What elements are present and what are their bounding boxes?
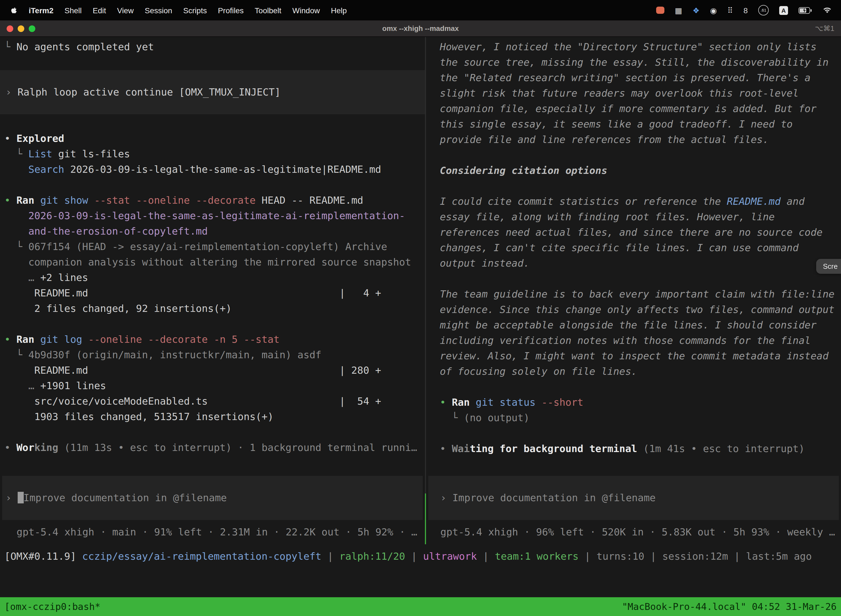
- terminal-line: companion analysis without altering the …: [4, 254, 425, 270]
- terminal-line: [440, 379, 841, 395]
- terminal-line: 2026-03-09-is-legal-the-same-as-legitima…: [4, 208, 425, 224]
- terminal-line: [440, 147, 841, 163]
- terminal-line: However, I noticed the "Directory Struct…: [440, 39, 841, 55]
- tmux-status-bar: [omx-cczip0:bash* "MacBook-Pro-44.local"…: [0, 597, 841, 616]
- terminal-line: › Improve documentation in @filename: [440, 490, 835, 506]
- menu-item-window[interactable]: Window: [287, 6, 325, 15]
- terminal-line: gpt-5.4 xhigh · 96% left · 520K in · 5.8…: [440, 524, 837, 540]
- terminal-line: src/voice/voiceModeEnabled.ts | 54 +: [4, 393, 425, 409]
- terminal-line: of focusing solely on file lines.: [440, 364, 841, 379]
- terminal-line: └ List git ls-files: [4, 146, 425, 162]
- terminal-line: README.md | 4 +: [4, 285, 425, 301]
- injected-message-box: › Ralph loop active continue [OMX_TMUX_I…: [0, 70, 425, 114]
- shutter-icon[interactable]: ◉: [710, 6, 716, 15]
- menu-item-profiles[interactable]: Profiles: [212, 6, 249, 15]
- terminal-line: • Explored: [4, 131, 425, 146]
- window-shortcut-hint: ⌥⌘1: [785, 24, 841, 32]
- terminal-line: └ (no output): [440, 410, 841, 425]
- terminal-line: Considering citation options: [440, 163, 841, 178]
- model-status-left: gpt-5.4 xhigh · main · 91% left · 2.31M …: [0, 520, 425, 544]
- omx-status-bar: [OMX#0.11.9] cczip/essay/ai-reimplementa…: [0, 544, 841, 564]
- sparkle-icon[interactable]: ❖: [693, 6, 699, 15]
- terminal-line: README.md | 280 +: [4, 363, 425, 378]
- terminal-window: └ No agents completed yet› Ralph loop ac…: [0, 37, 841, 616]
- terminal-line: › Ralph loop active continue [OMX_TMUX_I…: [6, 84, 425, 100]
- terminal-line: [4, 316, 425, 332]
- window-title: omx --xhigh --madmax: [56, 24, 785, 32]
- terminal-line: └ 4b9d30f (origin/main, instructkr/main,…: [4, 347, 425, 363]
- close-window-button[interactable]: [7, 25, 13, 32]
- wifi-icon[interactable]: [822, 7, 832, 14]
- terminal-line: this single essay, it seems like a good …: [440, 116, 841, 132]
- terminal-line: review. Also, I might want to inspect th…: [440, 348, 841, 364]
- terminal-line: Search 2026-03-09-is-legal-the-same-as-l…: [4, 162, 425, 177]
- prompt-input-left[interactable]: › Improve documentation in @filename: [2, 476, 423, 520]
- terminal-line: the "Related research writing" section i…: [440, 70, 841, 85]
- pane-left-scrollback[interactable]: └ No agents completed yet› Ralph loop ac…: [0, 37, 425, 476]
- dots-grid-icon[interactable]: ⠿: [727, 6, 733, 15]
- terminal-line: [4, 424, 425, 440]
- terminal-line: 2 files changed, 92 insertions(+): [4, 301, 425, 316]
- terminal-line: The team guideline is to back every impo…: [440, 286, 841, 302]
- terminal-line: • Waiting for background terminal (1m 41…: [440, 441, 841, 456]
- menu-item-view[interactable]: View: [111, 6, 139, 15]
- terminal-line: • Working (11m 13s • esc to interrupt) ·…: [4, 440, 425, 455]
- terminal-line: companion file, especially if more comme…: [440, 101, 841, 116]
- terminal-line: changes, I can't cite specific file line…: [440, 240, 841, 255]
- terminal-line: might be acceptable alongside the file l…: [440, 317, 841, 333]
- tmux-pane-left[interactable]: └ No agents completed yet› Ralph loop ac…: [0, 37, 425, 544]
- screen-share-pill[interactable]: Scre: [816, 259, 841, 274]
- tmux-session-label: [omx-cczip0:bash*: [4, 601, 100, 612]
- terminal-line: 1903 files changed, 513517 insertions(+): [4, 409, 425, 424]
- terminal-line: output instead.: [440, 255, 841, 271]
- terminal-filler: [0, 564, 841, 597]
- apple-menu-icon[interactable]: [8, 6, 20, 15]
- terminal-line: gpt-5.4 xhigh · main · 91% left · 2.31M …: [16, 524, 420, 540]
- pane-right-scrollback[interactable]: However, I noticed the "Directory Struct…: [426, 37, 841, 476]
- window-title-bar[interactable]: omx --xhigh --madmax ⌥⌘1: [0, 21, 841, 37]
- terminal-line: • Ran git log --oneline --decorate -n 5 …: [4, 332, 425, 347]
- terminal-line: references need actual files, and since …: [440, 224, 841, 240]
- terminal-line: [OMX#0.11.9] cczip/essay/ai-reimplementa…: [4, 549, 841, 564]
- terminal-line: • Ran git show --stat --oneline --decora…: [4, 193, 425, 208]
- terminal-line: [440, 271, 841, 286]
- terminal-line: and-the-erosion-of-copyleft.md: [4, 224, 425, 239]
- terminal-line: └ No agents completed yet: [4, 39, 425, 55]
- tmux-panes: └ No agents completed yet› Ralph loop ac…: [0, 37, 841, 544]
- terminal-line: [440, 425, 841, 441]
- grid-icon[interactable]: ▦: [675, 6, 682, 15]
- model-status-right: gpt-5.4 xhigh · 96% left · 520K in · 5.8…: [426, 520, 841, 544]
- menu-app-name[interactable]: iTerm2: [23, 6, 59, 15]
- tmux-host-clock-label: "MacBook-Pro-44.local" 04:52 31-Mar-26: [622, 601, 837, 612]
- menu-item-shell[interactable]: Shell: [59, 6, 87, 15]
- terminal-line: including verification notes with those …: [440, 333, 841, 348]
- terminal-line: I could cite commit statistics or refere…: [440, 194, 841, 209]
- tmux-pane-right[interactable]: However, I noticed the "Directory Struct…: [426, 37, 841, 544]
- screen-recording-indicator-icon[interactable]: [656, 7, 664, 14]
- screen: iTerm2 ShellEditViewSessionScriptsProfil…: [0, 0, 841, 616]
- menu-item-edit[interactable]: Edit: [87, 6, 111, 15]
- battery-icon[interactable]: [799, 7, 812, 13]
- battery-gauge-icon[interactable]: .61: [758, 5, 769, 15]
- terminal-line: • Ran git status --short: [440, 395, 841, 410]
- terminal-line: slight risk that future readers may over…: [440, 85, 841, 101]
- terminal-line: essay file, along with finding root file…: [440, 209, 841, 224]
- menu-item-scripts[interactable]: Scripts: [178, 6, 212, 15]
- menu-item-session[interactable]: Session: [139, 6, 178, 15]
- input-source-icon[interactable]: A: [779, 6, 788, 15]
- zoom-window-button[interactable]: [29, 25, 35, 32]
- terminal-line: … +2 lines: [4, 270, 425, 285]
- menu-item-help[interactable]: Help: [325, 6, 352, 15]
- terminal-line: › Improve documentation in @filename: [6, 490, 419, 506]
- terminal-line: the source tree, missing the essay. Stil…: [440, 55, 841, 70]
- prompt-input-right[interactable]: › Improve documentation in @filename: [428, 476, 839, 520]
- macos-menu-bar: iTerm2 ShellEditViewSessionScriptsProfil…: [0, 0, 841, 21]
- terminal-line: … +1901 lines: [4, 378, 425, 393]
- minimize-window-button[interactable]: [18, 25, 24, 32]
- menu-item-toolbelt[interactable]: Toolbelt: [249, 6, 287, 15]
- terminal-line: [440, 178, 841, 194]
- numeral-icon[interactable]: 8: [743, 6, 748, 15]
- terminal-line: └ 067f154 (HEAD -> essay/ai-reimplementa…: [4, 239, 425, 254]
- traffic-lights: [0, 25, 56, 32]
- terminal-line: provide file and line references from th…: [440, 132, 841, 147]
